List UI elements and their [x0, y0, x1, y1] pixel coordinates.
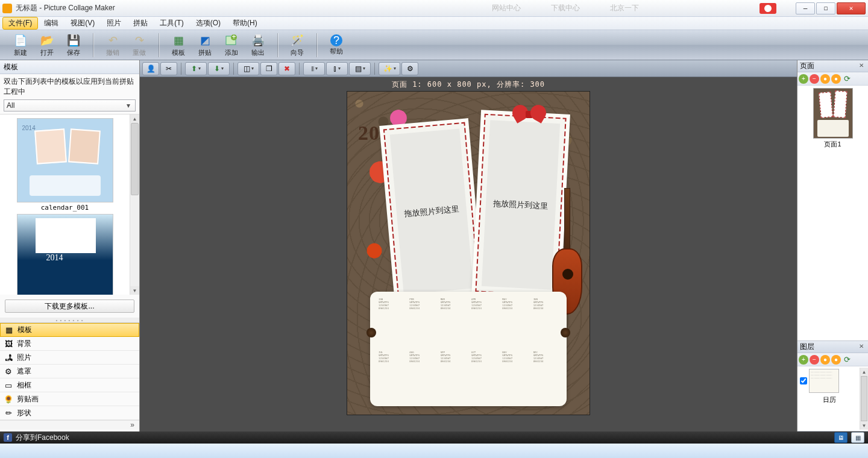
menu-tools[interactable]: 工具(T): [154, 17, 189, 30]
share-label[interactable]: 分享到Facebook: [16, 433, 69, 443]
menu-edit[interactable]: 编辑: [38, 17, 64, 30]
canvas-page[interactable]: 2014 拖放照片到这里 拖放照片到这里 JANSMTWTFS123456789…: [347, 91, 590, 415]
splitter[interactable]: • • • • • • •: [0, 318, 139, 322]
app-icon: [2, 4, 12, 13]
svg-text:+: +: [231, 34, 236, 41]
crop-tool[interactable]: ✂: [160, 62, 177, 75]
layer-delete-button[interactable]: −: [810, 355, 819, 365]
page-thumbnail[interactable]: [813, 88, 853, 139]
category-template[interactable]: ▦模板: [0, 323, 139, 337]
new-button[interactable]: 📄新建: [7, 32, 34, 58]
wizard-button[interactable]: 🪄向导: [284, 32, 310, 58]
os-taskbar: [0, 444, 868, 458]
template-button[interactable]: ▦模板: [165, 32, 192, 58]
layer-item[interactable]: ········································…: [799, 368, 860, 394]
delete-page-button[interactable]: −: [810, 74, 819, 84]
expand-toggle[interactable]: »: [0, 420, 139, 430]
scroll-up-icon[interactable]: ▲: [860, 368, 868, 376]
undo-icon: ↶: [105, 33, 120, 48]
layer-visibility-checkbox[interactable]: [800, 377, 807, 384]
category-list: ▦模板 🖼背景 🏞照片 ⚙遮罩 ▭相框 🌻剪贴画 ✏形状: [0, 322, 139, 420]
duplicate-tool[interactable]: ❐: [260, 62, 277, 75]
arrange-tool[interactable]: ◫: [237, 62, 259, 75]
template-scrollbar[interactable]: ▲ ▼: [130, 114, 139, 295]
category-photo[interactable]: 🏞照片: [0, 351, 139, 365]
menu-photo[interactable]: 照片: [101, 17, 127, 30]
facebook-icon[interactable]: f: [4, 433, 12, 442]
layer-up-button[interactable]: ●: [820, 355, 830, 365]
add-photo-icon: +: [224, 33, 239, 48]
scroll-thumb[interactable]: [861, 376, 867, 421]
distribute-tool[interactable]: ▤: [349, 62, 371, 75]
template-caption: calendar_001: [8, 204, 122, 212]
tray-grid-icon[interactable]: ▦: [851, 432, 864, 443]
scroll-up-icon[interactable]: ▲: [130, 114, 139, 123]
menu-help[interactable]: 帮助(H): [227, 17, 263, 30]
flower-decoration[interactable]: [361, 238, 388, 265]
close-button[interactable]: ✕: [837, 2, 866, 14]
help-icon: ?: [330, 34, 342, 46]
category-shape[interactable]: ✏形状: [0, 406, 139, 420]
bow-decoration[interactable]: [511, 105, 547, 129]
portrait-tool[interactable]: 👤: [142, 62, 159, 75]
layer-add-button[interactable]: +: [799, 355, 808, 365]
redo-button[interactable]: ↷重做: [126, 32, 153, 58]
canvas-area: 👤 ✂ ⬆ ⬇ ◫ ❐ ✖ ⫴ ⫿ ▤ ✨ ⚙ 页面 1: 600 x 800 …: [140, 60, 797, 431]
layer-down-button[interactable]: ●: [831, 355, 841, 365]
menu-file[interactable]: 文件(F): [2, 17, 38, 30]
category-background[interactable]: 🖼背景: [0, 337, 139, 351]
scroll-thumb[interactable]: [131, 123, 139, 195]
category-frame[interactable]: ▭相框: [0, 378, 139, 392]
close-panel-icon[interactable]: ✕: [857, 343, 866, 351]
template-item[interactable]: 2014: [8, 214, 122, 295]
edit-toolbar: 👤 ✂ ⬆ ⬇ ◫ ❐ ✖ ⫴ ⫿ ▤ ✨ ⚙: [140, 60, 797, 77]
photo-drop-1[interactable]: 拖放照片到这里: [382, 121, 482, 302]
menu-options[interactable]: 选项(O): [190, 17, 227, 30]
pencil-icon: ✏: [4, 408, 13, 418]
align-v-tool[interactable]: ⫿: [326, 62, 348, 75]
folder-open-icon: 📂: [40, 33, 54, 48]
undo-button[interactable]: ↶撤销: [99, 32, 126, 58]
photo-icon: 🏞: [4, 353, 13, 362]
save-button[interactable]: 💾保存: [60, 32, 87, 58]
page-up-button[interactable]: ●: [820, 74, 830, 84]
page-down-button[interactable]: ●: [831, 74, 841, 84]
template-filter-combo[interactable]: All ▾: [4, 99, 136, 111]
scroll-down-icon[interactable]: ▼: [130, 286, 139, 295]
refresh-pages-button[interactable]: ⟳: [842, 74, 852, 84]
layer-up-tool[interactable]: ⬆: [185, 62, 207, 75]
pages-list: 页面1: [797, 86, 868, 340]
help-button[interactable]: ?帮助: [323, 32, 350, 58]
delete-tool[interactable]: ✖: [278, 62, 295, 75]
category-mask[interactable]: ⚙遮罩: [0, 365, 139, 378]
layer-scrollbar[interactable]: ▲ ▼: [860, 368, 868, 430]
minimize-button[interactable]: —: [796, 2, 815, 14]
collage-button[interactable]: ◩拼贴: [192, 32, 218, 58]
close-panel-icon[interactable]: ✕: [857, 62, 866, 71]
export-button[interactable]: 🖨️输出: [245, 32, 271, 58]
add-page-button[interactable]: +: [799, 74, 808, 84]
tray-monitor-icon[interactable]: 🖥: [834, 432, 848, 443]
open-button[interactable]: 📂打开: [34, 32, 60, 58]
printer-icon: 🖨️: [251, 33, 265, 48]
pages-toolbar: + − ● ● ⟳: [797, 72, 868, 86]
align-h-tool[interactable]: ⫴: [303, 62, 325, 75]
download-more-button[interactable]: 下载更多模板...: [5, 300, 134, 313]
menu-collage[interactable]: 拼贴: [127, 17, 154, 30]
maximize-button[interactable]: ☐: [816, 2, 835, 14]
layer-down-tool[interactable]: ⬇: [208, 62, 230, 75]
template-filter-value: All: [7, 101, 14, 110]
scroll-down-icon[interactable]: ▼: [860, 421, 868, 430]
template-item[interactable]: 2014 calendar_001: [8, 118, 122, 212]
layer-refresh-button[interactable]: ⟳: [842, 355, 852, 365]
menu-view[interactable]: 视图(V): [64, 17, 101, 30]
frame-icon: ▭: [4, 380, 13, 390]
calendar-element[interactable]: JANSMTWTFS12345678901234 FEBSMTWTFS12345…: [370, 292, 567, 406]
category-clipart[interactable]: 🌻剪贴画: [0, 392, 139, 406]
effects-tool[interactable]: ✨: [379, 62, 400, 75]
add-button[interactable]: + 添加: [218, 32, 245, 58]
window-title: 无标题 - Picture Collage Maker: [16, 3, 115, 13]
template-list: 2014 calendar_001 2014: [0, 114, 139, 295]
layer-label: 日历: [799, 395, 860, 404]
settings-tool[interactable]: ⚙: [401, 62, 418, 75]
